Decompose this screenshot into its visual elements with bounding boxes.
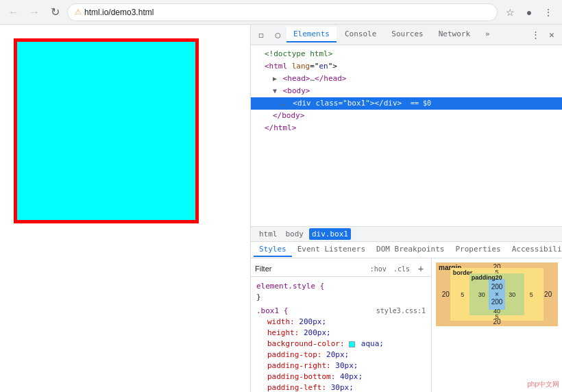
tab-sources[interactable]: Sources xyxy=(384,27,430,42)
bm-content: 200 × 200 xyxy=(489,279,506,310)
dom-panel: <!doctype html> <html lang="en"> ▶ <head… xyxy=(251,45,562,227)
css-height[interactable]: height: 200px; xyxy=(256,328,426,339)
box-model: margin 20 20 border 5 5 xyxy=(436,262,558,326)
styles-panel: :hov .cls + element.style { } .box1 { st… xyxy=(251,258,562,392)
bm-margin-bottom: 20 xyxy=(493,318,500,326)
menu-icon[interactable]: ⋮ xyxy=(540,4,557,21)
css-padding-top[interactable]: padding-top: 20px; xyxy=(256,350,426,360)
address-bar[interactable]: ⚠ html.io/demo3.html xyxy=(67,3,498,21)
style-tab-styles[interactable]: Styles xyxy=(254,243,292,257)
bm-margin: margin 20 20 border 5 5 xyxy=(436,262,558,326)
dom-line-html[interactable]: <html lang="en"> xyxy=(251,60,562,73)
bm-padding-left: 30 xyxy=(475,291,489,298)
toolbar-right: ☆ ● ⋮ xyxy=(502,4,557,21)
refresh-button[interactable]: ↻ xyxy=(47,4,63,21)
css-background-color[interactable]: background-color: aqua; xyxy=(256,339,426,350)
filter-cls-button[interactable]: .cls xyxy=(391,265,412,273)
page-content xyxy=(0,25,250,392)
styles-left: :hov .cls + element.style { } .box1 { st… xyxy=(251,258,432,392)
dom-line-head[interactable]: ▶ <head>…</head> xyxy=(251,73,562,85)
style-tab-dom-breakpoints[interactable]: DOM Breakpoints xyxy=(371,243,450,257)
devtools-inspect-icon[interactable]: ◻ xyxy=(254,27,269,42)
dom-line-html-close[interactable]: </html> xyxy=(251,122,562,134)
demo-box xyxy=(14,38,199,223)
style-tab-event-listeners[interactable]: Event Listeners xyxy=(292,243,371,257)
filter-input[interactable] xyxy=(255,265,365,273)
breadcrumb-bar: html body div.box1 xyxy=(251,227,562,242)
style-tab-accessibility[interactable]: Accessibility xyxy=(506,243,562,257)
dom-line-doctype[interactable]: <!doctype html> xyxy=(251,48,562,60)
dom-line-body-open[interactable]: ▼ <body> xyxy=(251,85,562,97)
head-triangle[interactable]: ▶ xyxy=(273,75,277,82)
tab-network[interactable]: Network xyxy=(432,27,477,42)
devtools-header: ◻ ◯ Elements Console Sources Network » ⋮… xyxy=(251,25,562,45)
css-width[interactable]: width: 200px; xyxy=(256,317,426,328)
body-triangle[interactable]: ▼ xyxy=(273,87,277,95)
css-padding-bottom[interactable]: padding-bottom: 40px; xyxy=(256,371,426,382)
bm-padding-right: 30 xyxy=(505,291,519,298)
browser-toolbar: ← → ↻ ⚠ html.io/demo3.html ☆ ● ⋮ xyxy=(0,0,562,25)
devtools-toolbar-icons: ⋮ ✕ xyxy=(528,27,559,42)
devtools-panel: ◻ ◯ Elements Console Sources Network » ⋮… xyxy=(250,25,562,392)
bm-border-right: 5 xyxy=(524,291,538,298)
star-icon[interactable]: ☆ xyxy=(502,4,518,21)
breadcrumb-body[interactable]: body xyxy=(283,228,307,240)
bm-border-left: 5 xyxy=(456,291,469,298)
browser-chrome: ← → ↻ ⚠ html.io/demo3.html ☆ ● ⋮ xyxy=(0,0,562,25)
filter-hov-button[interactable]: :hov xyxy=(368,265,389,273)
html-tag: <html xyxy=(265,62,292,71)
security-icon: ⚠ xyxy=(75,8,82,16)
url-text: html.io/demo3.html xyxy=(84,8,154,17)
css-rule-element-style: element.style { } xyxy=(251,280,431,304)
breadcrumb-html[interactable]: html xyxy=(256,228,280,240)
box-model-panel: margin 20 20 border 5 5 xyxy=(432,258,562,392)
dom-line-body-close[interactable]: </body> xyxy=(251,110,562,122)
doctype-text: <!doctype html> xyxy=(265,49,332,58)
style-tab-properties[interactable]: Properties xyxy=(450,243,506,257)
bm-margin-left: 20 xyxy=(441,291,450,298)
devtools-close-icon[interactable]: ✕ xyxy=(544,27,559,42)
devtools-settings-icon[interactable]: ⋮ xyxy=(528,27,543,42)
css-padding-left[interactable]: padding-left: 30px; xyxy=(256,382,426,392)
watermark: php中文网 xyxy=(527,380,559,389)
filter-bar: :hov .cls + xyxy=(251,261,431,277)
color-swatch[interactable] xyxy=(349,341,355,347)
tab-more[interactable]: » xyxy=(478,27,497,42)
css-rule-box1: .box1 { style3.css:1 width: 200px; heigh… xyxy=(251,304,431,392)
dom-line-div[interactable]: … <div class="box1"></div> == $0 xyxy=(251,97,562,110)
css-padding-right[interactable]: padding-right: 30px; xyxy=(256,360,426,371)
devtools-device-icon[interactable]: ◯ xyxy=(270,27,285,42)
tab-console[interactable]: Console xyxy=(338,27,383,42)
forward-button[interactable]: → xyxy=(26,4,42,21)
profile-icon[interactable]: ● xyxy=(521,4,537,21)
add-rule-button[interactable]: + xyxy=(415,262,427,275)
bm-padding: padding20 30 200 × 200 30 xyxy=(469,273,525,315)
bm-border: border 5 5 padding20 30 xyxy=(450,268,544,321)
main-area: ◻ ◯ Elements Console Sources Network » ⋮… xyxy=(0,25,562,392)
breadcrumb-div[interactable]: div.box1 xyxy=(309,228,351,240)
tab-elements[interactable]: Elements xyxy=(286,27,337,42)
bm-margin-right: 20 xyxy=(543,291,552,298)
style-tabs: Styles Event Listeners DOM Breakpoints P… xyxy=(251,242,562,258)
back-button[interactable]: ← xyxy=(5,4,22,21)
